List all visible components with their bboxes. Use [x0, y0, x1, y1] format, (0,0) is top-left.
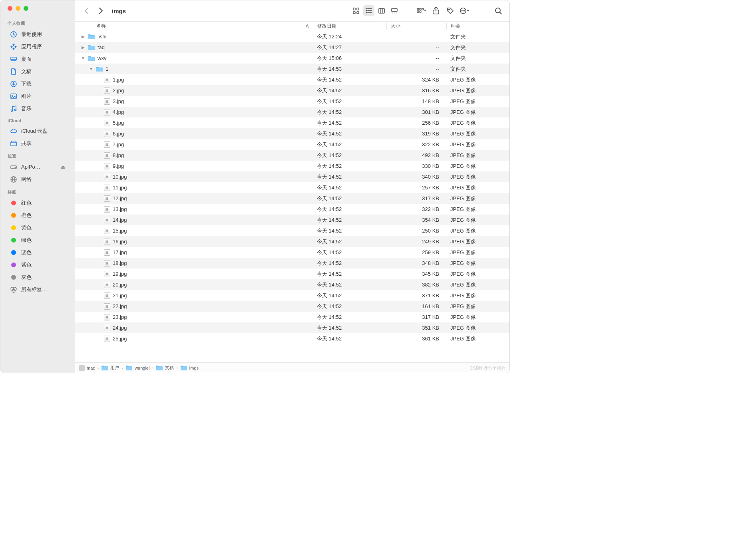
search-button[interactable]: [493, 5, 504, 16]
path-crumb[interactable]: 用户: [101, 365, 119, 371]
sidebar-item[interactable]: 桌面: [3, 53, 72, 65]
path-crumb[interactable]: imgs: [180, 365, 199, 371]
file-row[interactable]: ▦9.jpg今天 14:52330 KBJPEG 图像: [75, 161, 509, 171]
svg-rect-18: [357, 8, 359, 10]
sidebar-item[interactable]: ApiPo…⏏: [3, 161, 72, 173]
image-icon: [10, 93, 17, 100]
disclosure-triangle[interactable]: ▶: [81, 45, 86, 50]
file-row[interactable]: ▦17.jpg今天 14:52259 KBJPEG 图像: [75, 247, 509, 258]
file-row[interactable]: ▦5.jpg今天 14:52256 KBJPEG 图像: [75, 117, 509, 128]
sidebar-item[interactable]: 蓝色: [3, 247, 72, 259]
file-row[interactable]: ▦10.jpg今天 14:52340 KBJPEG 图像: [75, 171, 509, 182]
column-header-kind[interactable]: 种类: [446, 23, 509, 30]
sidebar-item[interactable]: 文稿: [3, 66, 72, 78]
jpeg-file-icon: ▦: [104, 314, 110, 320]
icon-view-button[interactable]: [350, 5, 362, 16]
column-view-button[interactable]: [376, 5, 387, 16]
jpeg-file-icon: ▦: [104, 336, 110, 342]
column-header-date[interactable]: 修改日期: [313, 23, 386, 30]
file-row[interactable]: ▦11.jpg今天 14:52257 KBJPEG 图像: [75, 182, 509, 193]
sidebar-item[interactable]: 黄色: [3, 222, 72, 234]
file-row[interactable]: ▦23.jpg今天 14:52317 KBJPEG 图像: [75, 312, 509, 322]
file-row[interactable]: ▦13.jpg今天 14:52322 KBJPEG 图像: [75, 204, 509, 215]
file-row[interactable]: ▦22.jpg今天 14:52161 KBJPEG 图像: [75, 301, 509, 312]
sidebar-item[interactable]: 音乐: [3, 103, 72, 115]
tags-button[interactable]: [445, 5, 456, 16]
action-menu-button[interactable]: [459, 5, 470, 16]
sidebar-item[interactable]: 下载: [3, 78, 72, 90]
file-row[interactable]: ▦14.jpg今天 14:52354 KBJPEG 图像: [75, 215, 509, 225]
folder-row[interactable]: ▶lishi今天 12:24--文件夹: [75, 31, 509, 42]
svg-point-43: [463, 10, 464, 11]
file-date: 今天 14:52: [313, 303, 386, 310]
share-button[interactable]: [430, 5, 442, 16]
disclosure-triangle[interactable]: ▼: [81, 56, 86, 60]
file-name: 3.jpg: [113, 98, 124, 104]
file-row[interactable]: ▦18.jpg今天 14:52348 KBJPEG 图像: [75, 258, 509, 269]
file-row[interactable]: ▦8.jpg今天 14:52492 KBJPEG 图像: [75, 150, 509, 161]
file-row[interactable]: ▦25.jpg今天 14:52361 KBJPEG 图像: [75, 333, 509, 344]
svg-rect-38: [422, 8, 424, 10]
file-row[interactable]: ▦20.jpg今天 14:52382 KBJPEG 图像: [75, 279, 509, 290]
sidebar-item[interactable]: 应用程序: [3, 41, 72, 53]
file-row[interactable]: ▦1.jpg今天 14:52324 KBJPEG 图像: [75, 74, 509, 85]
file-row[interactable]: ▦7.jpg今天 14:52322 KBJPEG 图像: [75, 139, 509, 150]
file-row[interactable]: ▦2.jpg今天 14:52316 KBJPEG 图像: [75, 85, 509, 96]
path-crumb[interactable]: wanglei: [125, 365, 149, 371]
sidebar-item[interactable]: 图片: [3, 90, 72, 102]
file-size: 354 KB: [386, 217, 446, 223]
file-row[interactable]: ▦3.jpg今天 14:52148 KBJPEG 图像: [75, 96, 509, 107]
path-crumb[interactable]: mac: [79, 365, 95, 371]
file-row[interactable]: ▦16.jpg今天 14:52249 KBJPEG 图像: [75, 236, 509, 247]
jpeg-file-icon: ▦: [104, 131, 110, 137]
file-size: 161 KB: [386, 303, 446, 309]
file-listing[interactable]: ▶lishi今天 12:24--文件夹▶taq今天 14:27--文件夹▼wxy…: [75, 31, 509, 362]
file-row[interactable]: ▦4.jpg今天 14:52301 KBJPEG 图像: [75, 107, 509, 117]
folder-row[interactable]: ▼wxy今天 15:06--文件夹: [75, 53, 509, 64]
minimize-window-button[interactable]: [16, 6, 20, 11]
sidebar-item[interactable]: 橙色: [3, 209, 72, 221]
file-row[interactable]: ▦6.jpg今天 14:52319 KBJPEG 图像: [75, 128, 509, 139]
path-crumb-label: 文稿: [165, 365, 174, 371]
column-header-size[interactable]: 大小: [386, 23, 446, 30]
list-view-button[interactable]: [363, 5, 374, 16]
gallery-view-button[interactable]: [389, 5, 400, 16]
close-window-button[interactable]: [8, 6, 12, 11]
file-row[interactable]: ▦19.jpg今天 14:52345 KBJPEG 图像: [75, 269, 509, 279]
column-header-name[interactable]: 名称ᐱ: [75, 23, 313, 30]
sidebar-item-label: 灰色: [21, 273, 32, 282]
file-kind: 文件夹: [446, 66, 509, 73]
group-by-button[interactable]: [416, 5, 427, 16]
eject-icon[interactable]: ⏏: [61, 163, 65, 171]
back-button[interactable]: [81, 5, 92, 16]
sidebar-item[interactable]: 绿色: [3, 234, 72, 246]
disclosure-triangle[interactable]: ▼: [89, 67, 94, 71]
folder-row[interactable]: ▼1今天 14:53--文件夹: [75, 64, 509, 74]
file-row[interactable]: ▦24.jpg今天 14:52351 KBJPEG 图像: [75, 322, 509, 333]
sidebar-item[interactable]: iCloud 云盘: [3, 125, 72, 137]
path-separator-icon: ›: [121, 366, 123, 370]
svg-rect-1: [11, 57, 16, 60]
file-row[interactable]: ▦15.jpg今天 14:52250 KBJPEG 图像: [75, 225, 509, 236]
sidebar-item[interactable]: 最近使用: [3, 28, 72, 40]
jpeg-file-icon: ▦: [104, 163, 110, 169]
file-row[interactable]: ▦12.jpg今天 14:52317 KBJPEG 图像: [75, 193, 509, 204]
sidebar-item[interactable]: 网络: [3, 173, 72, 185]
sidebar-item[interactable]: 所有标签…: [3, 284, 72, 296]
sidebar-item[interactable]: 共享: [3, 137, 72, 149]
sidebar-item[interactable]: 灰色: [3, 271, 72, 283]
download-icon: [10, 80, 17, 88]
file-size: 317 KB: [386, 314, 446, 320]
file-name: 13.jpg: [113, 206, 127, 212]
disclosure-triangle[interactable]: ▶: [81, 34, 86, 39]
sidebar-item[interactable]: 紫色: [3, 259, 72, 271]
file-date: 今天 14:52: [313, 324, 386, 332]
file-row[interactable]: ▦21.jpg今天 14:52371 KBJPEG 图像: [75, 290, 509, 301]
file-kind: JPEG 图像: [446, 163, 509, 170]
zoom-window-button[interactable]: [24, 6, 28, 11]
folder-row[interactable]: ▶taq今天 14:27--文件夹: [75, 42, 509, 53]
file-name: 19.jpg: [113, 271, 127, 277]
forward-button[interactable]: [95, 5, 106, 16]
path-crumb[interactable]: 文稿: [156, 365, 174, 371]
sidebar-item[interactable]: 红色: [3, 197, 72, 209]
